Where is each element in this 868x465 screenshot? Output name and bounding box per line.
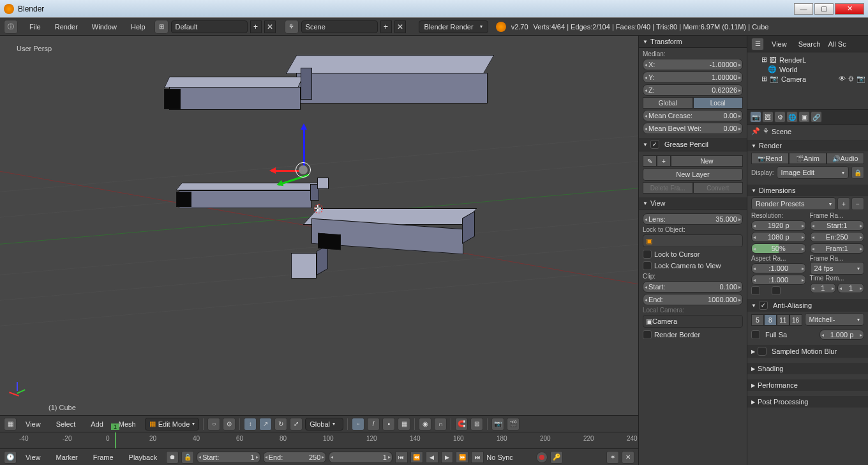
lock-camera-row[interactable]: Lock Camera to View [643,261,743,270]
audio-button[interactable]: 🔊Audio [827,153,864,164]
tab-object-icon[interactable]: ▣ [798,111,810,123]
gp-add-icon[interactable]: + [657,155,671,167]
pivot-dropdown-icon[interactable]: ⊙ [223,418,236,431]
gp-draw-icon[interactable]: ✎ [643,155,657,167]
frame-end-field[interactable]: En:250 [810,232,865,242]
proportional-falloff-icon[interactable]: ∩ [434,418,447,431]
mean-crease-field[interactable]: Mean Crease:0.00 [643,110,743,121]
aa-check[interactable] [759,301,768,310]
tab-scene-icon[interactable]: ⚙ [774,111,786,123]
proportional-edit-icon[interactable]: ◉ [419,418,431,431]
performance-section-header[interactable]: ▶Performance [747,379,868,391]
scene-delete-button[interactable]: ✕ [394,20,406,33]
render-opengl-anim-icon[interactable]: 🎬 [507,418,520,431]
border-check[interactable] [751,286,760,295]
jump-start-button[interactable]: ⏮ [395,452,408,463]
post-section-header[interactable]: ▶Post Processing [747,396,868,408]
limit-selection-icon[interactable]: ▦ [398,418,410,431]
snap-element-icon[interactable]: ⊞ [470,418,483,431]
timeline-cursor[interactable] [115,432,116,448]
res-y-field[interactable]: 1080 p [751,232,806,242]
clip-end-field[interactable]: End:1000.000 [643,294,743,305]
grease-pencil-check[interactable] [650,140,659,149]
jump-end-button[interactable]: ⏭ [471,452,484,463]
tl-frame[interactable]: Frame [87,452,120,463]
aa-filter-dropdown[interactable]: Mitchell-▾ [805,313,865,326]
tab-render-icon[interactable]: 📷 [750,111,761,123]
outliner[interactable]: ⊞🖼RenderL 🌐World ⊞📷Camera👁 ⯐ 📷 [747,52,868,110]
render-section-header[interactable]: ▼Render [747,140,868,151]
shading-section-header[interactable]: ▶Shading [747,363,868,374]
layout-delete-button[interactable]: ✕ [264,20,276,33]
scene-add-button[interactable]: + [380,20,392,33]
lens-field[interactable]: Lens:35.000 [643,213,743,225]
insert-keyframe-button[interactable]: ✶ [606,451,619,464]
outliner-world[interactable]: 🌐World [750,65,865,74]
tab-renderlayers-icon[interactable]: 🖼 [762,111,774,123]
shading-dropdown-icon[interactable]: ○ [207,418,220,431]
grease-pencil-header[interactable]: ▼Grease Pencil [639,138,747,151]
play-button[interactable]: ▶ [441,452,454,463]
keyframe-next-button[interactable]: ⏩ [456,452,468,463]
res-pct-field[interactable]: 50% [751,243,806,254]
outliner-filter-dropdown[interactable]: All Sc [828,40,854,48]
gp-newlayer-button[interactable]: New Layer [643,168,743,181]
vmenu-add[interactable]: Add [84,418,110,430]
transform-panel-header[interactable]: ▼Transform [639,36,747,48]
current-frame-field[interactable]: 1 [329,452,393,463]
aa-section-header[interactable]: ▼Anti-Aliasing [747,299,868,312]
gp-new-button[interactable]: New [671,155,743,167]
median-x-field[interactable]: X:-1.00000 [643,59,743,70]
crop-check[interactable] [772,286,781,295]
view-panel-header[interactable]: ▼View [639,197,747,210]
aa-5-button[interactable]: 5 [751,314,764,326]
outliner-renderlayers[interactable]: ⊞🖼RenderL [750,55,865,65]
editor-type-icon[interactable]: ⓘ [4,20,18,34]
frame-start-field[interactable]: Start:1 [810,220,865,231]
menu-file[interactable]: File [23,21,47,33]
orientation-dropdown[interactable]: Global ▾ [305,418,343,431]
aa-16-button[interactable]: 16 [789,314,802,326]
manipulator-rotate-icon[interactable]: ↻ [274,418,287,431]
render-presets-dropdown[interactable]: Render Presets▾ [751,197,836,210]
tl-marker[interactable]: Marker [50,452,84,463]
timeline[interactable]: -40-200204060801001201401601802002202402… [0,432,638,448]
auto-record-button[interactable] [536,452,548,463]
sync-dropdown[interactable]: No Sync [486,454,531,461]
lock-range-icon[interactable]: 🔒 [181,451,194,464]
preset-add-icon[interactable]: + [837,197,850,210]
keyframe-prev-button[interactable]: ⏪ [410,452,423,463]
render-engine-dropdown[interactable]: Blender Render▾ [419,20,488,33]
tl-playback[interactable]: Playback [123,452,164,463]
outliner-view[interactable]: View [768,39,791,49]
clip-start-field[interactable]: Start:0.100 [643,281,743,293]
outliner-type-icon[interactable]: ☰ [751,38,764,50]
menu-render[interactable]: Render [49,21,84,33]
keying-set-icon[interactable]: 🔑 [550,451,563,464]
render-opengl-icon[interactable]: 📷 [491,418,504,431]
select-vertex-icon[interactable]: ▫ [352,418,364,431]
manipulator-toggle-icon[interactable]: ↕ [244,418,257,431]
smb-section-header[interactable]: ▶Sampled Motion Blur [747,345,868,358]
aspect-x-field[interactable]: :1.000 [751,263,806,273]
editor-type-3dview-icon[interactable]: ▦ [4,418,17,431]
tl-view[interactable]: View [19,452,47,463]
aa-11-button[interactable]: 11 [777,314,789,326]
lock-interface-icon[interactable]: 🔒 [851,166,864,179]
layout-dropdown[interactable]: Default [171,20,248,33]
snap-toggle-icon[interactable]: 🧲 [455,418,468,431]
lock-object-field[interactable]: ▣ [643,234,743,247]
res-x-field[interactable]: 1920 p [751,220,806,231]
fullsample-check[interactable] [751,330,760,339]
render-button[interactable]: 📷Rend [751,153,789,164]
scene-browse-icon[interactable]: ⚘ [285,20,299,34]
fps-dropdown[interactable]: 24 fps▾ [810,262,865,275]
space-global-button[interactable]: Global [643,97,693,109]
frame-step-field[interactable]: Fram:1 [810,243,865,254]
aa-size-field[interactable]: 1.000 p [819,330,864,340]
mode-dropdown[interactable]: ▦ Edit Mode ▾ [145,418,200,431]
select-edge-icon[interactable]: / [367,418,380,431]
median-y-field[interactable]: Y:1.00000 [643,72,743,83]
median-z-field[interactable]: Z:0.62026 [643,84,743,96]
minimize-button[interactable]: — [794,3,813,15]
